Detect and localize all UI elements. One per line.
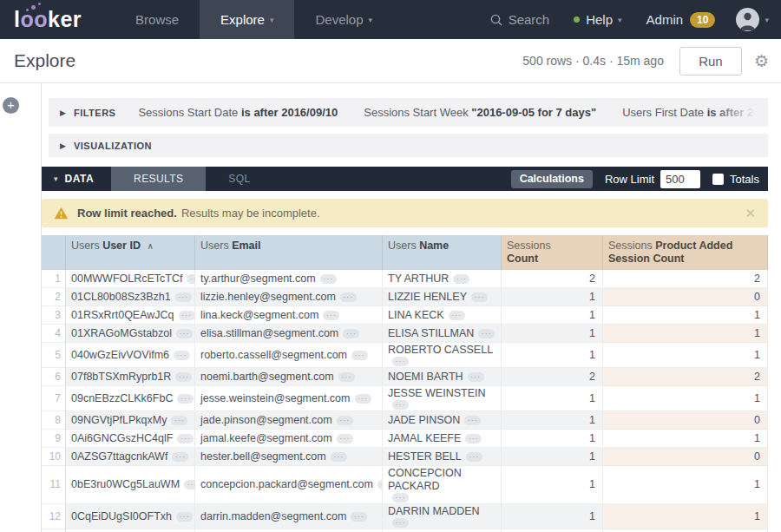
corner-header-cell xyxy=(42,235,66,270)
tab-results[interactable]: RESULTS xyxy=(111,167,206,191)
search-label: Search xyxy=(509,12,550,27)
gear-icon[interactable]: ⚙ xyxy=(754,51,769,71)
column-header-user-id[interactable]: Users User ID ∧ xyxy=(66,235,195,270)
tab-sql[interactable]: SQL xyxy=(206,167,272,191)
cell-menu-icon[interactable]: ··· xyxy=(478,329,495,338)
cell-menu-icon[interactable]: ··· xyxy=(351,512,367,522)
cell-menu-icon[interactable]: ··· xyxy=(331,452,347,462)
column-header-sessions-count[interactable]: Sessions Count xyxy=(502,235,603,270)
cell-menu-icon[interactable]: ··· xyxy=(172,452,188,462)
cell-menu-icon[interactable]: ··· xyxy=(320,274,337,284)
cell-menu-icon[interactable]: ··· xyxy=(179,311,195,320)
cell-value: 0bE3ru0WCg5LauWM xyxy=(71,478,180,491)
add-field-button[interactable]: + xyxy=(3,97,19,114)
cell-menu-icon[interactable]: ··· xyxy=(471,292,488,302)
calculations-button[interactable]: Calculations xyxy=(511,170,593,188)
table-row[interactable]: 3 01RSxRrt0QEAwJCq ··· lina.keck@segment… xyxy=(42,306,768,325)
cell-menu-icon[interactable]: ··· xyxy=(392,400,409,410)
row-number: 2 xyxy=(42,288,66,306)
table-row[interactable]: 6 07f8bTSXmRyprb1R ··· noemi.barth@segme… xyxy=(42,368,768,386)
cell-menu-icon[interactable]: ··· xyxy=(392,493,409,502)
cell-menu-icon[interactable]: ··· xyxy=(466,452,482,462)
column-header-email[interactable]: Users Email xyxy=(195,235,383,270)
cell-product-added-count: 1 xyxy=(603,386,768,411)
cell-product-added-count: 0 xyxy=(603,411,768,430)
table-row[interactable]: 5 040wGzEivVOVifm6 ··· roberto.cassell@s… xyxy=(42,343,768,368)
table-row[interactable]: 2 01CL80b08Sz3Bzh1 ··· lizzie.henley@seg… xyxy=(42,288,768,306)
admin-menu[interactable]: Admin 10 xyxy=(646,12,716,28)
warning-text: Results may be incomplete. xyxy=(181,207,320,220)
cell-menu-icon[interactable]: ··· xyxy=(343,329,359,338)
table-row[interactable]: 11 0bE3ru0WCg5LauWM ··· concepcion.packa… xyxy=(42,466,768,504)
cell-user-id: 09cnEBzzCLKk6FbC ··· xyxy=(66,386,195,411)
filters-section[interactable]: ▶ FILTERS Sessions Start Date is after 2… xyxy=(49,98,768,127)
cell-menu-icon[interactable]: ··· xyxy=(175,292,192,302)
column-header-name[interactable]: Users Name xyxy=(383,235,502,270)
table-body: 1 00MWWFOLRcETcTCf ··· ty.arthur@segment… xyxy=(42,270,768,532)
run-button[interactable]: Run xyxy=(679,47,742,76)
table-row[interactable]: 7 09cnEBzzCLKk6FbC ··· jesse.weinstein@s… xyxy=(42,386,768,411)
chevron-down-icon: ▾ xyxy=(765,16,769,24)
user-menu[interactable]: ▾ xyxy=(736,8,769,31)
table-row[interactable]: 10 0AZSG7ttagcnkAWf ··· hester.bell@segm… xyxy=(42,448,768,466)
cell-menu-icon[interactable]: ··· xyxy=(453,274,469,284)
cell-menu-icon[interactable]: ··· xyxy=(351,351,368,360)
nav-item-explore[interactable]: Explore ▾ xyxy=(200,0,294,39)
help-menu[interactable]: Help ▾ xyxy=(574,12,621,27)
table-row[interactable]: 8 09NGVtjPfLPkqxMy ··· jade.pinson@segme… xyxy=(42,411,768,430)
table-row[interactable]: 1 00MWWFOLRcETcTCf ··· ty.arthur@segment… xyxy=(42,270,768,288)
cell-menu-icon[interactable]: ··· xyxy=(392,357,409,366)
cell-menu-icon[interactable]: ··· xyxy=(392,518,409,528)
cell-menu-icon[interactable]: ··· xyxy=(323,311,339,320)
cell-menu-icon[interactable]: ··· xyxy=(174,351,190,360)
column-group-label: Users xyxy=(71,240,100,252)
row-number: 7 xyxy=(42,386,66,411)
nav-item-browse[interactable]: Browse xyxy=(115,0,200,39)
cell-user-id: 01RSxRrt0QEAwJCq ··· xyxy=(66,306,195,325)
cell-menu-icon[interactable]: ··· xyxy=(177,434,194,443)
visualization-section[interactable]: ▶ VISUALIZATION xyxy=(49,134,768,157)
table-row[interactable]: 4 01XRAGoMGstabzol ··· elisa.stillman@se… xyxy=(42,325,768,343)
cell-menu-icon[interactable]: ··· xyxy=(355,394,371,404)
cell-product-added-count: 2 xyxy=(603,368,768,386)
column-field-label: User ID xyxy=(102,240,141,252)
cell-menu-icon[interactable]: ··· xyxy=(465,434,482,443)
table-row[interactable]: 12 0CqEiDUgSI0OFTxh ··· darrin.madden@se… xyxy=(42,504,768,529)
cell-menu-icon[interactable]: ··· xyxy=(337,434,353,443)
filter-item[interactable]: Sessions Start Date is after 2016/09/10 xyxy=(138,106,338,119)
cell-menu-icon[interactable]: ··· xyxy=(340,292,357,302)
cell-product-added-count: 1 xyxy=(603,504,768,529)
cell-menu-icon[interactable]: ··· xyxy=(337,416,353,425)
column-field-label: Name xyxy=(419,240,449,252)
tab-label: SQL xyxy=(228,173,250,185)
cell-value: lizzie.henley@segment.com xyxy=(200,291,336,304)
column-header-product-added-session-count[interactable]: Sessions Product Added Session Count xyxy=(603,235,768,270)
totals-checkbox[interactable] xyxy=(712,174,724,185)
cell-value: JAMAL KEEFE xyxy=(388,432,461,445)
data-section-toggle[interactable]: ▾ DATA xyxy=(42,167,111,191)
results-table: Users User ID ∧ Users Email Users Name S… xyxy=(42,235,768,532)
looker-logo[interactable]: looker xyxy=(0,0,115,39)
cell-menu-icon[interactable]: ··· xyxy=(468,372,484,382)
table-row[interactable]: 9 0Ai6GNCGszHC4qlF ··· jamal.keefe@segme… xyxy=(42,430,768,448)
cell-value: 01RSxRrt0QEAwJCq xyxy=(71,309,174,322)
cell-menu-icon[interactable]: ··· xyxy=(177,394,194,404)
row-number: 6 xyxy=(42,368,66,386)
row-number: 9 xyxy=(42,430,66,448)
row-number: 3 xyxy=(42,306,66,325)
cell-menu-icon[interactable]: ··· xyxy=(176,329,193,338)
cell-user-id: 09NGVtjPfLPkqxMy ··· xyxy=(66,411,195,430)
search-button[interactable]: Search xyxy=(490,12,550,27)
cell-menu-icon[interactable]: ··· xyxy=(176,512,193,522)
cell-menu-icon[interactable]: ··· xyxy=(338,372,355,382)
close-icon[interactable]: ✕ xyxy=(745,206,756,221)
cell-menu-icon[interactable]: ··· xyxy=(464,416,481,425)
cell-menu-icon[interactable]: ··· xyxy=(449,311,465,320)
nav-item-develop[interactable]: Develop ▾ xyxy=(294,0,393,39)
cell-sessions-count: 1 xyxy=(502,325,603,343)
cell-menu-icon[interactable]: ··· xyxy=(171,416,187,425)
cell-menu-icon[interactable]: ··· xyxy=(175,372,192,382)
filter-item[interactable]: Sessions Start Week "2016-09-05 for 7 da… xyxy=(364,106,596,119)
cell-sessions-count: 1 xyxy=(502,430,603,448)
row-limit-input[interactable] xyxy=(660,170,700,188)
